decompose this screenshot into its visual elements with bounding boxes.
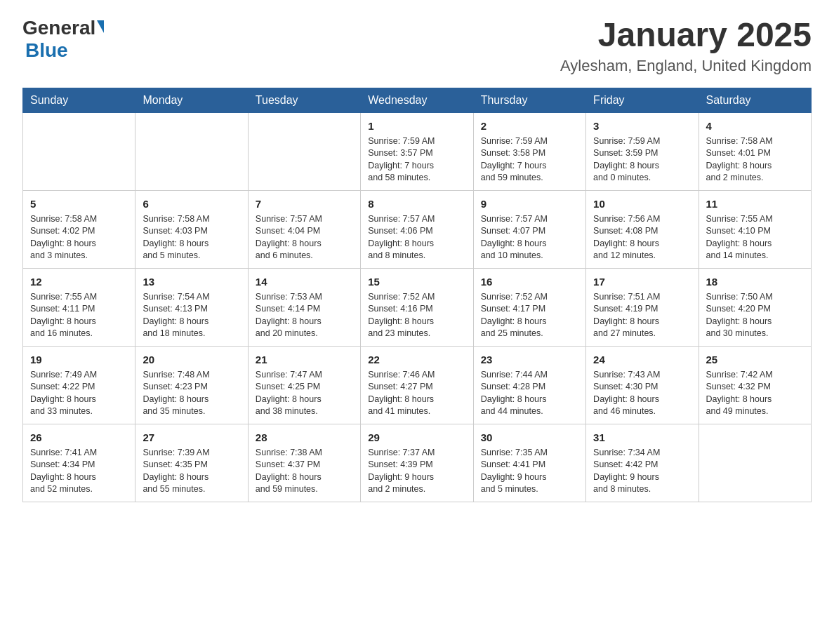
day-info: Sunrise: 7:46 AMSunset: 4:27 PMDaylight:… xyxy=(368,369,465,418)
weekday-header-row: Sunday Monday Tuesday Wednesday Thursday… xyxy=(23,88,812,112)
calendar-cell xyxy=(135,112,248,190)
day-number: 17 xyxy=(593,274,691,289)
day-info: Sunrise: 7:57 AMSunset: 4:04 PMDaylight:… xyxy=(256,213,353,262)
logo-blue: Blue xyxy=(25,39,68,61)
day-info: Sunrise: 7:53 AMSunset: 4:14 PMDaylight:… xyxy=(256,291,353,340)
calendar-cell: 25Sunrise: 7:42 AMSunset: 4:32 PMDayligh… xyxy=(699,346,811,424)
header-tuesday: Tuesday xyxy=(248,88,360,112)
header-monday: Monday xyxy=(135,88,248,112)
day-number: 1 xyxy=(368,119,465,133)
calendar-cell: 14Sunrise: 7:53 AMSunset: 4:14 PMDayligh… xyxy=(248,268,360,346)
calendar-cell: 21Sunrise: 7:47 AMSunset: 4:25 PMDayligh… xyxy=(248,346,360,424)
day-number: 26 xyxy=(30,430,128,445)
day-info: Sunrise: 7:51 AMSunset: 4:19 PMDaylight:… xyxy=(593,291,691,340)
day-info: Sunrise: 7:37 AMSunset: 4:39 PMDaylight:… xyxy=(368,447,465,496)
day-number: 29 xyxy=(368,430,465,445)
calendar-cell: 20Sunrise: 7:48 AMSunset: 4:23 PMDayligh… xyxy=(135,346,248,424)
day-info: Sunrise: 7:49 AMSunset: 4:22 PMDaylight:… xyxy=(30,369,128,418)
day-info: Sunrise: 7:38 AMSunset: 4:37 PMDaylight:… xyxy=(256,447,353,496)
calendar-cell: 15Sunrise: 7:52 AMSunset: 4:16 PMDayligh… xyxy=(361,268,473,346)
title-area: January 2025 Aylesham, England, United K… xyxy=(560,17,812,75)
day-number: 20 xyxy=(143,352,240,367)
calendar-cell: 2Sunrise: 7:59 AMSunset: 3:58 PMDaylight… xyxy=(473,112,585,190)
day-info: Sunrise: 7:58 AMSunset: 4:02 PMDaylight:… xyxy=(30,213,128,262)
calendar-cell: 28Sunrise: 7:38 AMSunset: 4:37 PMDayligh… xyxy=(248,424,360,502)
day-info: Sunrise: 7:34 AMSunset: 4:42 PMDaylight:… xyxy=(593,447,691,496)
day-info: Sunrise: 7:56 AMSunset: 4:08 PMDaylight:… xyxy=(593,213,691,262)
calendar-cell: 8Sunrise: 7:57 AMSunset: 4:06 PMDaylight… xyxy=(361,190,473,268)
day-number: 9 xyxy=(481,196,578,211)
day-info: Sunrise: 7:57 AMSunset: 4:07 PMDaylight:… xyxy=(481,213,578,262)
calendar-week-row-5: 26Sunrise: 7:41 AMSunset: 4:34 PMDayligh… xyxy=(23,424,812,502)
calendar-cell: 4Sunrise: 7:58 AMSunset: 4:01 PMDaylight… xyxy=(699,112,811,190)
calendar-cell: 9Sunrise: 7:57 AMSunset: 4:07 PMDaylight… xyxy=(473,190,585,268)
calendar-cell xyxy=(248,112,360,190)
day-info: Sunrise: 7:42 AMSunset: 4:32 PMDaylight:… xyxy=(706,369,804,418)
calendar-cell: 30Sunrise: 7:35 AMSunset: 4:41 PMDayligh… xyxy=(473,424,585,502)
day-info: Sunrise: 7:55 AMSunset: 4:10 PMDaylight:… xyxy=(706,213,804,262)
day-number: 14 xyxy=(256,274,353,289)
logo-triangle-icon xyxy=(97,20,104,33)
day-number: 15 xyxy=(368,274,465,289)
day-info: Sunrise: 7:58 AMSunset: 4:03 PMDaylight:… xyxy=(143,213,240,262)
day-number: 3 xyxy=(593,119,691,133)
day-info: Sunrise: 7:58 AMSunset: 4:01 PMDaylight:… xyxy=(706,135,804,185)
calendar-cell: 12Sunrise: 7:55 AMSunset: 4:11 PMDayligh… xyxy=(23,268,135,346)
day-number: 27 xyxy=(143,430,240,445)
day-number: 2 xyxy=(481,119,578,133)
day-info: Sunrise: 7:44 AMSunset: 4:28 PMDaylight:… xyxy=(481,369,578,418)
logo-general: General xyxy=(22,17,95,39)
calendar-cell: 26Sunrise: 7:41 AMSunset: 4:34 PMDayligh… xyxy=(23,424,135,502)
calendar-cell: 3Sunrise: 7:59 AMSunset: 3:59 PMDaylight… xyxy=(586,112,699,190)
header-wednesday: Wednesday xyxy=(361,88,473,112)
header-thursday: Thursday xyxy=(473,88,585,112)
day-info: Sunrise: 7:48 AMSunset: 4:23 PMDaylight:… xyxy=(143,369,240,418)
calendar-cell: 13Sunrise: 7:54 AMSunset: 4:13 PMDayligh… xyxy=(135,268,248,346)
calendar-cell: 31Sunrise: 7:34 AMSunset: 4:42 PMDayligh… xyxy=(586,424,699,502)
day-number: 25 xyxy=(706,352,804,367)
day-number: 24 xyxy=(593,352,691,367)
day-number: 16 xyxy=(481,274,578,289)
calendar-cell: 22Sunrise: 7:46 AMSunset: 4:27 PMDayligh… xyxy=(361,346,473,424)
day-number: 23 xyxy=(481,352,578,367)
calendar-cell xyxy=(699,424,811,502)
calendar-week-row-2: 5Sunrise: 7:58 AMSunset: 4:02 PMDaylight… xyxy=(23,190,812,268)
calendar-cell: 23Sunrise: 7:44 AMSunset: 4:28 PMDayligh… xyxy=(473,346,585,424)
calendar-cell: 6Sunrise: 7:58 AMSunset: 4:03 PMDaylight… xyxy=(135,190,248,268)
day-info: Sunrise: 7:57 AMSunset: 4:06 PMDaylight:… xyxy=(368,213,465,262)
day-info: Sunrise: 7:41 AMSunset: 4:34 PMDaylight:… xyxy=(30,447,128,496)
calendar-cell: 17Sunrise: 7:51 AMSunset: 4:19 PMDayligh… xyxy=(586,268,699,346)
day-info: Sunrise: 7:59 AMSunset: 3:57 PMDaylight:… xyxy=(368,135,465,185)
day-number: 30 xyxy=(481,430,578,445)
day-number: 4 xyxy=(706,119,804,133)
calendar-cell: 16Sunrise: 7:52 AMSunset: 4:17 PMDayligh… xyxy=(473,268,585,346)
day-info: Sunrise: 7:39 AMSunset: 4:35 PMDaylight:… xyxy=(143,447,240,496)
header-sunday: Sunday xyxy=(23,88,135,112)
day-info: Sunrise: 7:47 AMSunset: 4:25 PMDaylight:… xyxy=(256,369,353,418)
day-info: Sunrise: 7:52 AMSunset: 4:16 PMDaylight:… xyxy=(368,291,465,340)
day-number: 7 xyxy=(256,196,353,211)
calendar-cell: 5Sunrise: 7:58 AMSunset: 4:02 PMDaylight… xyxy=(23,190,135,268)
day-number: 5 xyxy=(30,196,128,211)
day-number: 19 xyxy=(30,352,128,367)
day-number: 18 xyxy=(706,274,804,289)
day-info: Sunrise: 7:50 AMSunset: 4:20 PMDaylight:… xyxy=(706,291,804,340)
day-number: 8 xyxy=(368,196,465,211)
month-title: January 2025 xyxy=(560,17,812,54)
location-title: Aylesham, England, United Kingdom xyxy=(560,57,812,75)
calendar-table: Sunday Monday Tuesday Wednesday Thursday… xyxy=(22,88,812,502)
calendar-cell: 7Sunrise: 7:57 AMSunset: 4:04 PMDaylight… xyxy=(248,190,360,268)
calendar-cell: 1Sunrise: 7:59 AMSunset: 3:57 PMDaylight… xyxy=(361,112,473,190)
header-friday: Friday xyxy=(586,88,699,112)
calendar-cell: 19Sunrise: 7:49 AMSunset: 4:22 PMDayligh… xyxy=(23,346,135,424)
day-number: 12 xyxy=(30,274,128,289)
day-info: Sunrise: 7:52 AMSunset: 4:17 PMDaylight:… xyxy=(481,291,578,340)
calendar-cell xyxy=(23,112,135,190)
day-number: 22 xyxy=(368,352,465,367)
calendar-cell: 18Sunrise: 7:50 AMSunset: 4:20 PMDayligh… xyxy=(699,268,811,346)
day-number: 31 xyxy=(593,430,691,445)
day-info: Sunrise: 7:59 AMSunset: 3:58 PMDaylight:… xyxy=(481,135,578,185)
day-number: 11 xyxy=(706,196,804,211)
header-saturday: Saturday xyxy=(699,88,811,112)
day-number: 13 xyxy=(143,274,240,289)
